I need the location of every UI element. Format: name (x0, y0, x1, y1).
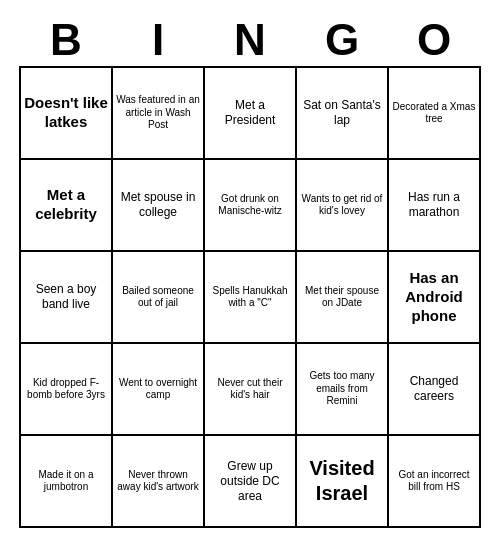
bingo-cell-7[interactable]: Got drunk on Manische-witz (205, 160, 297, 252)
bingo-cell-0[interactable]: Doesn't like latkes (21, 68, 113, 160)
bingo-title: B I N G O (20, 16, 480, 64)
bingo-cell-10[interactable]: Seen a boy band live (21, 252, 113, 344)
bingo-cell-17[interactable]: Never cut their kid's hair (205, 344, 297, 436)
bingo-cell-8[interactable]: Wants to get rid of kid's lovey (297, 160, 389, 252)
bingo-cell-19[interactable]: Changed careers (389, 344, 481, 436)
bingo-cell-24[interactable]: Got an incorrect bill from HS (389, 436, 481, 528)
letter-i: I (112, 16, 204, 64)
bingo-cell-1[interactable]: Was featured in an article in Wash Post (113, 68, 205, 160)
bingo-cell-2[interactable]: Met a President (205, 68, 297, 160)
letter-n: N (204, 16, 296, 64)
bingo-cell-20[interactable]: Made it on a jumbotron (21, 436, 113, 528)
letter-g: G (296, 16, 388, 64)
bingo-cell-5[interactable]: Met a celebrity (21, 160, 113, 252)
bingo-cell-22[interactable]: Grew up outside DC area (205, 436, 297, 528)
letter-b: B (20, 16, 112, 64)
bingo-cell-9[interactable]: Has run a marathon (389, 160, 481, 252)
bingo-cell-18[interactable]: Gets too many emails from Remini (297, 344, 389, 436)
bingo-cell-14[interactable]: Has an Android phone (389, 252, 481, 344)
bingo-cell-6[interactable]: Met spouse in college (113, 160, 205, 252)
bingo-cell-4[interactable]: Decorated a Xmas tree (389, 68, 481, 160)
letter-o: O (388, 16, 480, 64)
bingo-cell-23[interactable]: Visited Israel (297, 436, 389, 528)
bingo-cell-11[interactable]: Bailed someone out of jail (113, 252, 205, 344)
bingo-cell-21[interactable]: Never thrown away kid's artwork (113, 436, 205, 528)
bingo-grid: Doesn't like latkesWas featured in an ar… (19, 66, 481, 528)
bingo-cell-12[interactable]: Spells Hanukkah with a "C" (205, 252, 297, 344)
bingo-cell-3[interactable]: Sat on Santa's lap (297, 68, 389, 160)
bingo-cell-16[interactable]: Went to overnight camp (113, 344, 205, 436)
bingo-cell-15[interactable]: Kid dropped F-bomb before 3yrs (21, 344, 113, 436)
bingo-cell-13[interactable]: Met their spouse on JDate (297, 252, 389, 344)
